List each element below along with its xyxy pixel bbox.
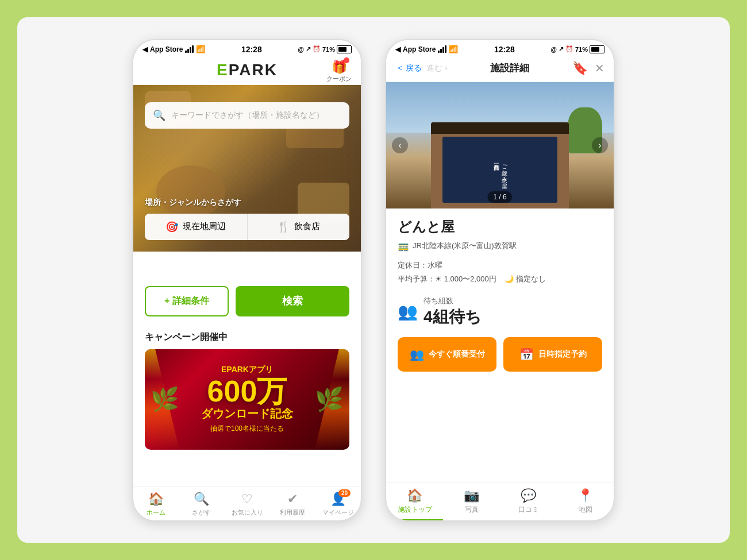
nav-mypage[interactable]: 👤 20 マイページ <box>315 492 361 517</box>
tab-reviews-label: 口コミ <box>518 505 539 515</box>
screen2-header: ＜ 戻る 進む › 施設詳細 🔖 ✕ <box>386 56 614 82</box>
prev-image-btn[interactable]: ‹ <box>392 137 408 153</box>
facility-info: どんと屋 🚃 JR北陸本線(米原〜富山)敦賀駅 定休日：水曜 平均予算：☀ 1,… <box>386 208 614 482</box>
at-icon-1: @ <box>298 46 304 53</box>
status-left-2: ◀ App Store 📶 <box>395 45 458 53</box>
nav-history-label: 利用履歴 <box>280 508 305 517</box>
status-right-1: @ ↗ ⏰ 71% <box>298 45 352 53</box>
image-counter: 1 / 6 <box>487 191 512 203</box>
nav-actions: 🔖 ✕ <box>572 61 604 76</box>
tab-map-label: 地図 <box>579 505 592 515</box>
tab-reviews[interactable]: 💬 口コミ <box>500 482 557 520</box>
waiting-people-icon: 👥 <box>398 302 418 321</box>
search-execute-btn[interactable]: 検索 <box>236 286 349 316</box>
search-overlay[interactable]: 🔍 キーワードでさがす（場所・施設名など） <box>145 102 349 129</box>
coupon-button[interactable]: 🎁 クーポン <box>326 60 352 83</box>
waiting-section: 👥 待ち組数 4組待ち <box>398 296 602 328</box>
close-icon[interactable]: ✕ <box>595 61 604 75</box>
tab-photos-label: 写真 <box>465 505 479 515</box>
back-arrow-2: ◀ <box>395 45 401 53</box>
campaign-banner[interactable]: 🌿 🌿 EPARKアプリ 600万 ダウンロード記念 抽選で100名様に当たる <box>145 349 349 450</box>
nav-forward-label: 進む › <box>426 63 448 74</box>
page-title: 施設詳細 <box>453 61 567 75</box>
nav-home[interactable]: 🏠 ホーム <box>133 492 179 517</box>
facility-train: 🚃 JR北陸本線(米原〜富山)敦賀駅 <box>398 241 602 252</box>
facility-img-inner: ご縁と恵み屋御前八一月 <box>386 82 614 208</box>
signal-bars-1 <box>185 45 194 53</box>
tab-map[interactable]: 📍 地図 <box>557 482 614 520</box>
banner-sub-text: ダウンロード記念 <box>201 406 293 422</box>
location-row: 🎯 現在地周辺 🍴 飲食店 <box>145 214 349 240</box>
location-icon: 🎯 <box>165 221 178 233</box>
status-left-1: ◀ App Store 📶 <box>143 45 205 53</box>
avg-price-night: 🌙 指定なし <box>505 275 546 283</box>
tab-camera-icon: 📷 <box>464 488 479 503</box>
back-label: 戻る <box>406 63 422 74</box>
train-icon: 🚃 <box>398 241 409 252</box>
heart-icon: ♡ <box>241 492 253 507</box>
tab-facility-top[interactable]: 🏠 施設トップ <box>386 482 443 520</box>
nav-history[interactable]: ✔ 利用履歴 <box>270 492 315 517</box>
detail-conditions-btn[interactable]: + 詳細条件 <box>145 286 229 316</box>
nav-search-label: さがす <box>192 508 211 517</box>
nav-search[interactable]: 🔍 さがす <box>179 492 224 517</box>
action-buttons: 👥 今すぐ順番受付 📅 日時指定予約 <box>398 337 602 372</box>
tab-home-icon: 🏠 <box>407 488 422 503</box>
next-image-btn[interactable]: › <box>592 137 608 153</box>
outer-frame: ◀ App Store 📶 12:28 @ ↗ ⏰ 71% E <box>17 17 730 543</box>
battery-icon-2 <box>590 45 604 53</box>
facility-image: ご縁と恵み屋御前八一月 ‹ › 1 / 6 <box>386 82 614 208</box>
immediate-label: 今すぐ順番受付 <box>429 349 485 360</box>
avg-price-day: 平均予算：☀ 1,000〜2,000円 <box>398 275 496 283</box>
coupon-label: クーポン <box>326 75 352 83</box>
bottom-nav-1: 🏠 ホーム 🔍 さがす ♡ お気に入り ✔ 利用履歴 👤 20 マイページ <box>133 486 361 520</box>
at-icon-2: @ <box>550 46 557 53</box>
nav-search-icon: 🔍 <box>194 492 209 507</box>
check-icon: ✔ <box>287 492 298 507</box>
status-bar-2: ◀ App Store 📶 12:28 @ ↗ ⏰ 71% <box>386 40 614 56</box>
wifi-icon-2: 📶 <box>449 45 458 53</box>
search-placeholder: キーワードでさがす（場所・施設名など） <box>171 110 324 121</box>
calendar-icon: 📅 <box>519 346 534 362</box>
nav-home-label: ホーム <box>147 508 165 517</box>
search-icon: 🔍 <box>153 109 165 122</box>
laurel-left: 🌿 <box>151 386 179 413</box>
campaign-section: キャンペーン開催中 🌿 🌿 EPARKアプリ 600万 ダウンロード記念 抽選で… <box>133 326 361 450</box>
time-2: 12:28 <box>494 45 515 54</box>
category-btn[interactable]: 🍴 飲食店 <box>248 214 350 240</box>
tab-chat-icon: 💬 <box>521 488 536 503</box>
closed-day: 定休日：水曜 <box>398 258 602 273</box>
mypage-badge: 20 <box>338 489 351 497</box>
time-1: 12:28 <box>241 45 262 54</box>
hero-section: 🔍 キーワードでさがす（場所・施設名など） 場所・ジャンルからさがす 🎯 現在地… <box>133 85 361 252</box>
scheduled-reservation-btn[interactable]: 📅 日時指定予約 <box>503 337 602 372</box>
tab-photos[interactable]: 📷 写真 <box>443 482 500 520</box>
current-location-btn[interactable]: 🎯 現在地周辺 <box>145 214 247 240</box>
people-icon: 👥 <box>410 346 424 362</box>
bookmark-icon[interactable]: 🔖 <box>572 61 588 76</box>
waiting-label: 待ち組数 <box>423 296 482 306</box>
facility-name: どんと屋 <box>398 218 602 236</box>
immediate-reservation-btn[interactable]: 👥 今すぐ順番受付 <box>398 337 496 372</box>
category-label: 飲食店 <box>294 221 320 232</box>
alarm-icon-2: ⏰ <box>565 45 573 53</box>
chevron-left-icon: ＜ <box>395 62 405 74</box>
nav-back-btn[interactable]: ＜ 戻る 進む › <box>395 62 448 74</box>
tab-facility-top-label: 施設トップ <box>398 505 432 515</box>
wifi-icon-1: 📶 <box>196 45 205 53</box>
banner-inner: EPARKアプリ 600万 ダウンロード記念 抽選で100名様に当たる <box>201 365 293 434</box>
banner-desc-text: 抽選で100名様に当たる <box>201 424 293 434</box>
status-bar-1: ◀ App Store 📶 12:28 @ ↗ ⏰ 71% <box>133 40 361 56</box>
scheduled-label: 日時指定予約 <box>538 349 587 360</box>
nav-favorites[interactable]: ♡ お気に入り <box>224 492 269 517</box>
banner-app-label: EPARKアプリ <box>201 365 293 375</box>
train-line: JR北陸本線(米原〜富山)敦賀駅 <box>413 241 517 251</box>
carrier-2: App Store <box>403 45 436 53</box>
category-icon: 🍴 <box>277 221 290 233</box>
campaign-title: キャンペーン開催中 <box>145 331 349 343</box>
location-label: 場所・ジャンルからさがす <box>145 198 349 208</box>
laurel-right: 🌿 <box>315 386 344 413</box>
action-section: + 詳細条件 検索 <box>133 252 361 326</box>
screen1-header: EPARK 🎁 クーポン <box>133 56 361 85</box>
battery-pct-2: 71% <box>575 46 588 53</box>
